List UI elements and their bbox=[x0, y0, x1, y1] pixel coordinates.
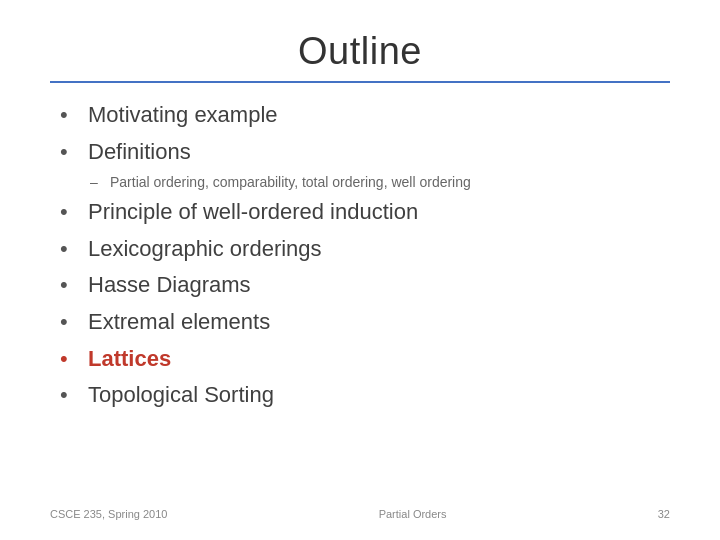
bullet-lexicographic: • Lexicographic orderings bbox=[60, 235, 670, 264]
bullet-text-5: Hasse Diagrams bbox=[88, 271, 251, 300]
bullet-text-1: Motivating example bbox=[88, 101, 278, 130]
bullet-text-8: Topological Sorting bbox=[88, 381, 274, 410]
bullet-extremal: • Extremal elements bbox=[60, 308, 670, 337]
bullet-text-7: Lattices bbox=[88, 345, 171, 374]
content-area: • Motivating example • Definitions – Par… bbox=[50, 101, 670, 498]
bullet-principle: • Principle of well-ordered induction bbox=[60, 198, 670, 227]
bullet-lattices: • Lattices bbox=[60, 345, 670, 374]
bullet-text-6: Extremal elements bbox=[88, 308, 270, 337]
title-section: Outline bbox=[50, 30, 670, 73]
bullet-dot-1: • bbox=[60, 101, 76, 130]
bullet-topological: • Topological Sorting bbox=[60, 381, 670, 410]
footer-left: CSCE 235, Spring 2010 bbox=[50, 508, 167, 520]
bullet-text-3: Principle of well-ordered induction bbox=[88, 198, 418, 227]
bullet-dot-4: • bbox=[60, 235, 76, 264]
slide-title: Outline bbox=[50, 30, 670, 73]
bullet-dot-2: • bbox=[60, 138, 76, 167]
bullet-dot-5: • bbox=[60, 271, 76, 300]
sub-bullet-dash: – bbox=[90, 174, 102, 190]
bullet-dot-7: • bbox=[60, 345, 76, 374]
sub-bullet-text: Partial ordering, comparability, total o… bbox=[110, 174, 471, 190]
footer-right: 32 bbox=[658, 508, 670, 520]
bullet-dot-6: • bbox=[60, 308, 76, 337]
title-divider bbox=[50, 81, 670, 83]
bullet-motivating-example: • Motivating example bbox=[60, 101, 670, 130]
slide-footer: CSCE 235, Spring 2010 Partial Orders 32 bbox=[50, 498, 670, 520]
bullet-dot-8: • bbox=[60, 381, 76, 410]
slide: Outline • Motivating example • Definitio… bbox=[0, 0, 720, 540]
bullet-text-4: Lexicographic orderings bbox=[88, 235, 322, 264]
bullet-hasse: • Hasse Diagrams bbox=[60, 271, 670, 300]
sub-bullet-definitions: – Partial ordering, comparability, total… bbox=[90, 174, 670, 190]
bullet-text-2: Definitions bbox=[88, 138, 191, 167]
bullet-definitions: • Definitions bbox=[60, 138, 670, 167]
footer-center: Partial Orders bbox=[379, 508, 447, 520]
bullet-dot-3: • bbox=[60, 198, 76, 227]
